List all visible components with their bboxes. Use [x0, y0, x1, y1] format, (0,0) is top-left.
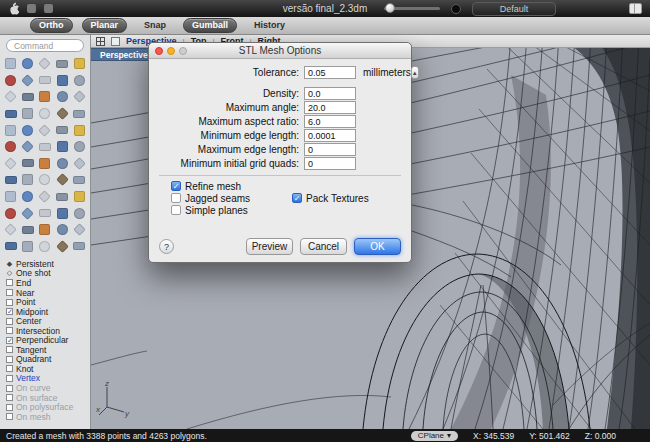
sidebar-tool-icon[interactable]: [71, 156, 87, 172]
sidebar-tool-icon[interactable]: [54, 106, 70, 122]
sidebar-tool-icon[interactable]: [54, 172, 70, 188]
osnap-item-end[interactable]: End: [6, 278, 90, 288]
sidebar-tool-icon[interactable]: [3, 222, 19, 238]
osnap-item-point[interactable]: Point: [6, 297, 90, 307]
toolbar-button-snap[interactable]: Snap: [136, 19, 174, 32]
sidebar-tool-icon[interactable]: [37, 139, 53, 155]
sidebar-tool-icon[interactable]: [20, 73, 36, 89]
toolbar-button-ortho[interactable]: Ortho: [30, 18, 73, 33]
cancel-button[interactable]: Cancel: [300, 238, 347, 255]
sidebar-tool-icon[interactable]: [54, 205, 70, 221]
sidebar-tool-icon[interactable]: [71, 189, 87, 205]
sidebar-tool-icon[interactable]: [20, 189, 36, 205]
field-input-maximum-edge-length[interactable]: [304, 143, 356, 156]
sidebar-tool-icon[interactable]: [3, 172, 19, 188]
dialog-titlebar[interactable]: STL Mesh Options: [149, 43, 411, 59]
sidebar-tool-icon[interactable]: [71, 89, 87, 105]
detail-disclosure-button[interactable]: ▲: [411, 66, 419, 79]
field-input-minimum-edge-length[interactable]: [304, 129, 356, 142]
osnap-item-tangent[interactable]: Tangent: [6, 345, 90, 355]
tolerance-input[interactable]: [304, 66, 356, 79]
close-icon[interactable]: [155, 47, 163, 55]
right-sidebar-toggle-icon[interactable]: [629, 3, 642, 14]
sidebar-tool-icon[interactable]: [20, 139, 36, 155]
dialog-checkbox-jagged-seams[interactable]: Jagged seams: [171, 192, 250, 204]
field-input-maximum-angle[interactable]: [304, 101, 356, 114]
osnap-item-knot[interactable]: Knot: [6, 364, 90, 374]
apple-menu-icon[interactable]: [8, 2, 19, 15]
sidebar-tool-icon[interactable]: [71, 239, 87, 255]
sidebar-tool-icon[interactable]: [54, 156, 70, 172]
sidebar-tool-icon[interactable]: [54, 222, 70, 238]
sidebar-tool-icon[interactable]: [3, 189, 19, 205]
sidebar-tool-icon[interactable]: [71, 205, 87, 221]
command-input[interactable]: [6, 39, 84, 52]
toolbar-button-history[interactable]: History: [246, 19, 293, 32]
field-input-minimum-initial-grid-quads[interactable]: [304, 157, 356, 170]
sidebar-tool-icon[interactable]: [37, 89, 53, 105]
sidebar-tool-icon[interactable]: [37, 56, 53, 72]
sidebar-tool-icon[interactable]: [20, 239, 36, 255]
view-slider[interactable]: [384, 7, 440, 10]
sidebar-tool-icon[interactable]: [20, 172, 36, 188]
units-dropdown[interactable]: millimeters: [363, 67, 411, 78]
sidebar-tool-icon[interactable]: [20, 89, 36, 105]
sidebar-tool-icon[interactable]: [20, 56, 36, 72]
sidebar-tool-icon[interactable]: [71, 222, 87, 238]
sidebar-tool-icon[interactable]: [37, 106, 53, 122]
osnap-item-near[interactable]: Near: [6, 288, 90, 298]
cplane-dropdown[interactable]: CPlane ▾: [411, 431, 458, 441]
window-icon[interactable]: [44, 4, 53, 13]
osnap-item-midpoint[interactable]: ✓Midpoint: [6, 307, 90, 317]
sidebar-tool-icon[interactable]: [54, 139, 70, 155]
sidebar-tool-icon[interactable]: [71, 139, 87, 155]
sidebar-tool-icon[interactable]: [20, 205, 36, 221]
toolbar-button-gumball[interactable]: Gumball: [183, 18, 237, 33]
sidebar-tool-icon[interactable]: [3, 156, 19, 172]
sidebar-tool-icon[interactable]: [54, 73, 70, 89]
field-input-maximum-aspect-ratio[interactable]: [304, 115, 356, 128]
osnap-item-intersection[interactable]: Intersection: [6, 326, 90, 336]
osnap-item-vertex[interactable]: Vertex: [6, 374, 90, 384]
sidebar-tool-icon[interactable]: [71, 122, 87, 138]
osnap-item-on-polysurface[interactable]: On polysurface: [6, 402, 90, 412]
sidebar-tool-icon[interactable]: [20, 106, 36, 122]
workspace-dropdown[interactable]: Default: [472, 2, 556, 16]
osnap-item-on-curve[interactable]: On curve: [6, 383, 90, 393]
osnap-item-quadrant[interactable]: Quadrant: [6, 355, 90, 365]
sidebar-tool-icon[interactable]: [71, 73, 87, 89]
sidebar-tool-icon[interactable]: [3, 89, 19, 105]
help-button[interactable]: ?: [159, 239, 174, 254]
osnap-item-on-mesh[interactable]: On mesh: [6, 412, 90, 422]
single-pane-icon[interactable]: [111, 37, 120, 46]
sidebar-tool-icon[interactable]: [37, 122, 53, 138]
sidebar-tool-icon[interactable]: [37, 205, 53, 221]
sidebar-tool-icon[interactable]: [3, 56, 19, 72]
sidebar-tool-icon[interactable]: [3, 205, 19, 221]
sidebar-tool-icon[interactable]: [3, 122, 19, 138]
sidebar-tool-icon[interactable]: [37, 239, 53, 255]
sidebar-tool-icon[interactable]: [71, 106, 87, 122]
window-icon[interactable]: [27, 4, 36, 13]
field-input-density[interactable]: [304, 87, 356, 100]
toolbar-button-planar[interactable]: Planar: [82, 18, 128, 33]
osnap-item-perpendicular[interactable]: ✓Perpendicular: [6, 336, 90, 346]
sidebar-tool-icon[interactable]: [37, 172, 53, 188]
sidebar-tool-icon[interactable]: [3, 239, 19, 255]
sidebar-tool-icon[interactable]: [54, 189, 70, 205]
osnap-item-persistent[interactable]: ◆Persistent: [6, 259, 90, 269]
sidebar-tool-icon[interactable]: [37, 156, 53, 172]
sidebar-tool-icon[interactable]: [20, 222, 36, 238]
sidebar-tool-icon[interactable]: [71, 172, 87, 188]
sidebar-tool-icon[interactable]: [54, 122, 70, 138]
sidebar-tool-icon[interactable]: [3, 106, 19, 122]
sidebar-tool-icon[interactable]: [54, 239, 70, 255]
slider-knob-icon[interactable]: [385, 3, 395, 13]
sidebar-tool-icon[interactable]: [54, 89, 70, 105]
sidebar-tool-icon[interactable]: [37, 73, 53, 89]
sidebar-tool-icon[interactable]: [3, 73, 19, 89]
viewport[interactable]: Perspective|Top|Front|Right Perspective …: [91, 35, 650, 429]
ok-button[interactable]: OK: [354, 238, 401, 255]
sidebar-tool-icon[interactable]: [71, 56, 87, 72]
osnap-item-one-shot[interactable]: ◇One shot: [6, 269, 90, 279]
